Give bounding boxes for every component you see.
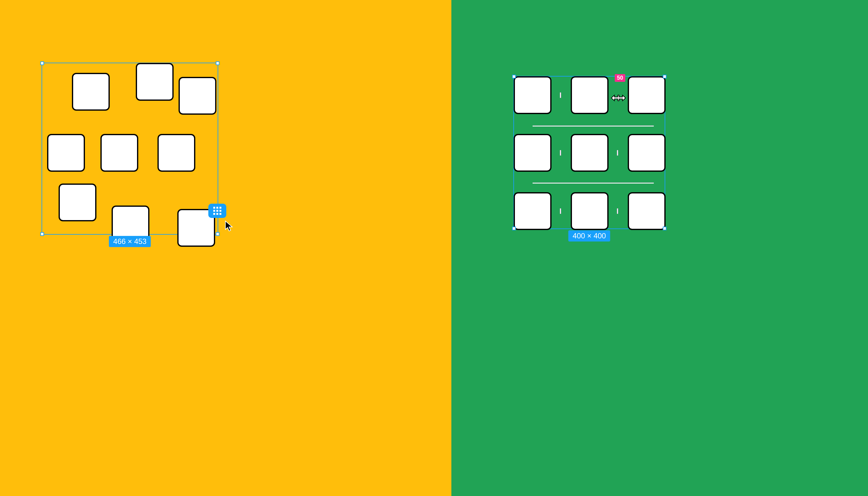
canvas-panel-after: 50 400 × 400: [451, 0, 868, 496]
spacing-line: [532, 126, 654, 126]
tile[interactable]: [571, 192, 608, 230]
spacing-tick: [617, 208, 618, 214]
resize-handle-top-right[interactable]: [216, 61, 219, 65]
cursor-arrow-icon: [224, 220, 233, 232]
selection-frame-left[interactable]: 466 × 453: [42, 63, 218, 235]
tile[interactable]: [571, 76, 608, 114]
tile[interactable]: [179, 77, 216, 115]
resize-handle-top-right[interactable]: [663, 75, 666, 78]
grid-row: [514, 192, 665, 230]
dimension-badge-left: 466 × 453: [109, 236, 151, 247]
tile[interactable]: [514, 192, 552, 230]
dimension-badge-right: 400 × 400: [568, 230, 610, 242]
resize-handle-bottom-right[interactable]: [663, 227, 666, 230]
spacing-line: [532, 183, 654, 184]
tile[interactable]: [157, 134, 195, 172]
tile[interactable]: [514, 134, 552, 172]
tile[interactable]: [47, 134, 85, 172]
resize-handle-bottom-left[interactable]: [512, 227, 516, 230]
grid-row: [514, 134, 665, 172]
spacing-tick: [617, 150, 618, 156]
tile[interactable]: [571, 134, 608, 172]
tile[interactable]: [628, 76, 666, 114]
tile[interactable]: [514, 76, 552, 114]
tile[interactable]: [59, 184, 96, 221]
spacing-tick: [560, 92, 561, 98]
tile[interactable]: [100, 134, 138, 172]
resize-handle-bottom-left[interactable]: [40, 232, 44, 236]
spacing-value-badge[interactable]: 50: [615, 74, 625, 82]
resize-handle-top-left[interactable]: [512, 75, 516, 78]
tidy-up-icon: [213, 207, 221, 215]
tile[interactable]: [72, 73, 110, 111]
tile[interactable]: [628, 134, 666, 172]
spacing-tick: [560, 150, 561, 156]
resize-handle-bottom-right[interactable]: [216, 232, 219, 236]
tile[interactable]: [628, 192, 666, 230]
tile[interactable]: [136, 63, 174, 101]
tidy-up-button[interactable]: [208, 204, 226, 218]
selection-frame-right[interactable]: 50 400 × 400: [513, 76, 665, 229]
resize-handle-top-left[interactable]: [40, 61, 44, 65]
canvas-panel-before: 466 × 453: [0, 0, 451, 496]
spacing-tick: [560, 208, 561, 214]
grid-row: [514, 76, 665, 114]
